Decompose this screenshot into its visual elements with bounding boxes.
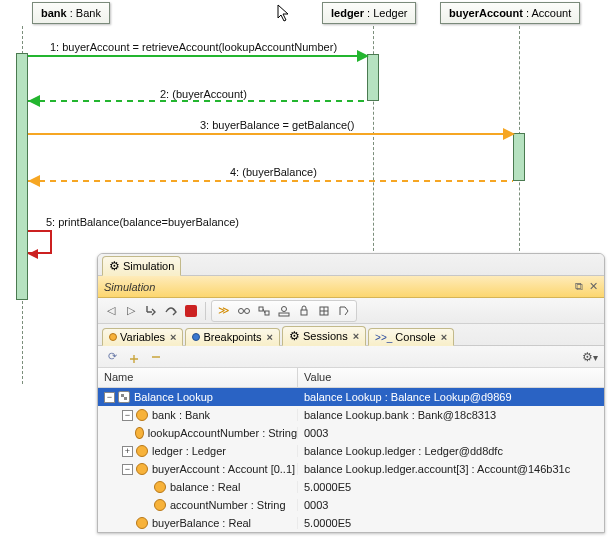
row-value: 0003 (298, 499, 604, 511)
toolbar-group: ≫ (211, 300, 357, 322)
lifeline-type: Bank (76, 7, 101, 19)
svg-point-0 (239, 308, 244, 313)
lifeline-type: Account (532, 7, 572, 19)
step-back-button[interactable]: ◁ (102, 302, 120, 320)
row-value: 0003 (298, 427, 604, 439)
message-4-arrowhead (28, 175, 40, 187)
table-row[interactable]: −buyerAccount : Account [0..1]balance Lo… (98, 460, 604, 478)
row-value: 5.0000E5 (298, 517, 604, 529)
lifeline-bank[interactable]: bank : Bank (32, 2, 110, 24)
svg-rect-5 (279, 313, 289, 316)
subtab-label: Console (395, 331, 435, 343)
message-5-label: 5: printBalance(balance=buyerBalance) (46, 216, 239, 228)
toolbar-separator (205, 302, 206, 320)
lifeline-ledger[interactable]: ledger : Ledger (322, 2, 416, 24)
row-value: balance Lookup.ledger.account[3] : Accou… (298, 463, 604, 475)
row-name: accountNumber : String (170, 499, 286, 511)
message-4-label: 4: (buyerBalance) (230, 166, 317, 178)
message-1-arrowhead (357, 50, 369, 62)
table-header: Name Value (98, 368, 604, 388)
subtab-label: Breakpoints (203, 331, 261, 343)
property-icon (136, 409, 148, 421)
close-icon[interactable]: × (441, 331, 447, 343)
table-row[interactable]: buyerBalance : Real5.0000E5 (98, 514, 604, 532)
table-row[interactable]: lookupAccountNumber : String0003 (98, 424, 604, 442)
message-3-label: 3: buyerBalance = getBalance() (200, 119, 354, 131)
collapse-button[interactable] (148, 349, 164, 365)
row-name: buyerAccount : Account [0..1] (152, 463, 295, 475)
lifeline-type: Ledger (373, 7, 407, 19)
table-row[interactable]: −bank : Bankbalance Lookup.bank : Bank@1… (98, 406, 604, 424)
struct-icon (118, 391, 130, 403)
tool-d-button[interactable] (315, 302, 333, 320)
svg-point-4 (282, 306, 287, 311)
tree-toggle[interactable]: − (104, 392, 115, 403)
row-value: balance Lookup.bank : Bank@18c8313 (298, 409, 604, 421)
row-value: balance Lookup : Balance Lookup@d9869 (298, 391, 604, 403)
panel-title: Simulation (104, 281, 569, 293)
tree-toggle[interactable]: + (122, 446, 133, 457)
variables-toolbar: ⟳ (98, 346, 604, 368)
options-button[interactable] (582, 349, 598, 365)
property-icon (154, 499, 166, 511)
tool-step-button[interactable] (335, 302, 353, 320)
message-4-arrow (28, 180, 513, 182)
row-name: Balance Lookup (134, 391, 213, 403)
lifeline-name: bank (41, 7, 67, 19)
bullet-icon (192, 333, 200, 341)
restore-icon[interactable]: ⧉ (575, 280, 583, 293)
table-row[interactable]: accountNumber : String0003 (98, 496, 604, 514)
activation-bank (16, 53, 28, 300)
message-1-arrow (28, 55, 367, 57)
table-row[interactable]: −Balance Lookupbalance Lookup : Balance … (98, 388, 604, 406)
table-row[interactable]: +ledger : Ledgerbalance Lookup.ledger : … (98, 442, 604, 460)
subtab-breakpoints[interactable]: Breakpoints × (185, 328, 280, 346)
simulation-toolbar: ◁ ▷ ≫ (98, 298, 604, 324)
tree-toggle[interactable]: − (122, 410, 133, 421)
svg-rect-6 (301, 310, 307, 315)
expand-button[interactable] (126, 349, 142, 365)
cursor-icon (277, 4, 291, 26)
row-name: ledger : Ledger (152, 445, 226, 457)
message-1-label: 1: buyerAccount = retrieveAccount(lookup… (50, 41, 337, 53)
subtab-strip: Variables × Breakpoints × Sessions × >>_… (98, 324, 604, 346)
activation-buyer (513, 133, 525, 181)
property-icon (136, 517, 148, 529)
tab-simulation[interactable]: Simulation (102, 256, 181, 276)
column-name[interactable]: Name (98, 368, 298, 387)
step-over-button[interactable] (162, 302, 180, 320)
subtab-label: Sessions (303, 330, 348, 342)
message-5-arrowhead (28, 249, 38, 259)
panel-tab-strip: Simulation (98, 254, 604, 276)
row-value: balance Lookup.ledger : Ledger@dd8dfc (298, 445, 604, 457)
subtab-variables[interactable]: Variables × (102, 328, 183, 346)
message-2-arrow (28, 100, 367, 102)
tree-toggle[interactable]: − (122, 464, 133, 475)
subtab-label: Variables (120, 331, 165, 343)
simulation-panel: Simulation Simulation ⧉ ✕ ◁ ▷ ≫ Variable… (97, 253, 605, 533)
property-icon (154, 481, 166, 493)
tool-lock-button[interactable] (295, 302, 313, 320)
table-row[interactable]: balance : Real5.0000E5 (98, 478, 604, 496)
play-button[interactable]: ▷ (122, 302, 140, 320)
stop-button[interactable] (182, 302, 200, 320)
table-body[interactable]: −Balance Lookupbalance Lookup : Balance … (98, 388, 604, 532)
subtab-console[interactable]: >>_ Console × (368, 328, 454, 346)
close-icon[interactable]: × (170, 331, 176, 343)
step-into-button[interactable] (142, 302, 160, 320)
close-icon[interactable]: × (353, 330, 359, 342)
row-name: buyerBalance : Real (152, 517, 251, 529)
tool-c-button[interactable] (275, 302, 293, 320)
tool-a-button[interactable] (235, 302, 253, 320)
subtab-sessions[interactable]: Sessions × (282, 326, 366, 346)
animate-button[interactable]: ≫ (215, 302, 233, 320)
tool-b-button[interactable] (255, 302, 273, 320)
lifeline-buyer-account[interactable]: buyerAccount : Account (440, 2, 580, 24)
row-name: balance : Real (170, 481, 240, 493)
close-panel-icon[interactable]: ✕ (589, 280, 598, 293)
row-name: bank : Bank (152, 409, 210, 421)
close-icon[interactable]: × (267, 331, 273, 343)
column-value[interactable]: Value (298, 368, 604, 387)
refresh-button[interactable]: ⟳ (104, 349, 120, 365)
svg-point-1 (245, 308, 250, 313)
